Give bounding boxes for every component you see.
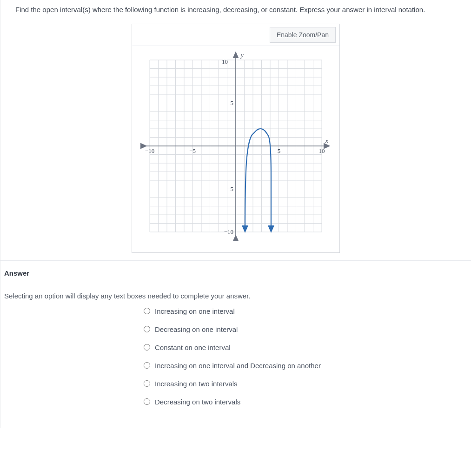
tick-x-n5: −5 — [189, 147, 196, 154]
zoom-pan-button[interactable]: Enable Zoom/Pan — [270, 27, 336, 43]
option-label: Decreasing on two intervals — [155, 398, 240, 406]
option-label: Decreasing on one interval — [155, 325, 238, 333]
graph-panel: Enable Zoom/Pan — [132, 24, 340, 253]
option-label: Increasing on one interval — [155, 307, 235, 315]
answer-heading: Answer — [4, 269, 467, 277]
radio-decreasing-one[interactable] — [144, 326, 150, 332]
option-label: Increasing on two intervals — [155, 380, 238, 388]
option-increasing-one[interactable]: Increasing on one interval — [144, 307, 467, 315]
tick-y-10: 10 — [222, 58, 228, 65]
radio-inc-and-dec[interactable] — [144, 362, 150, 369]
axis-label-x: x — [325, 137, 328, 144]
axis-label-y: y — [240, 52, 244, 59]
option-label: Increasing on one interval and Decreasin… — [155, 362, 321, 370]
graph-toolbar: Enable Zoom/Pan — [132, 24, 339, 46]
radio-increasing-one[interactable] — [144, 308, 150, 314]
option-constant-one[interactable]: Constant on one interval — [144, 344, 467, 351]
option-decreasing-one[interactable]: Decreasing on one interval — [144, 325, 467, 333]
tick-x-10: 10 — [319, 147, 325, 154]
tick-y-n10: −10 — [224, 228, 233, 235]
tick-x-5: 5 — [278, 147, 281, 154]
function-curve — [245, 129, 271, 231]
tick-y-n5: −5 — [227, 185, 233, 192]
tick-y-5: 5 — [231, 99, 234, 106]
graph-canvas-wrap: y x 10 5 −5 −10 −10 −5 5 10 — [132, 46, 339, 252]
answer-helper: Selecting an option will display any tex… — [4, 292, 467, 300]
option-inc-and-dec[interactable]: Increasing on one interval and Decreasin… — [144, 362, 467, 370]
option-increasing-two[interactable]: Increasing on two intervals — [144, 380, 467, 388]
radio-constant-one[interactable] — [144, 344, 150, 350]
options-group: Increasing on one interval Decreasing on… — [144, 307, 467, 406]
tick-x-n10: −10 — [145, 147, 154, 154]
option-label: Constant on one interval — [155, 344, 231, 351]
question-text: Find the open interval(s) where the foll… — [12, 5, 460, 20]
option-decreasing-two[interactable]: Decreasing on two intervals — [144, 398, 467, 406]
radio-increasing-two[interactable] — [144, 380, 150, 387]
radio-decreasing-two[interactable] — [144, 398, 150, 405]
coordinate-graph: y x 10 5 −5 −10 −10 −5 5 10 — [140, 51, 331, 246]
